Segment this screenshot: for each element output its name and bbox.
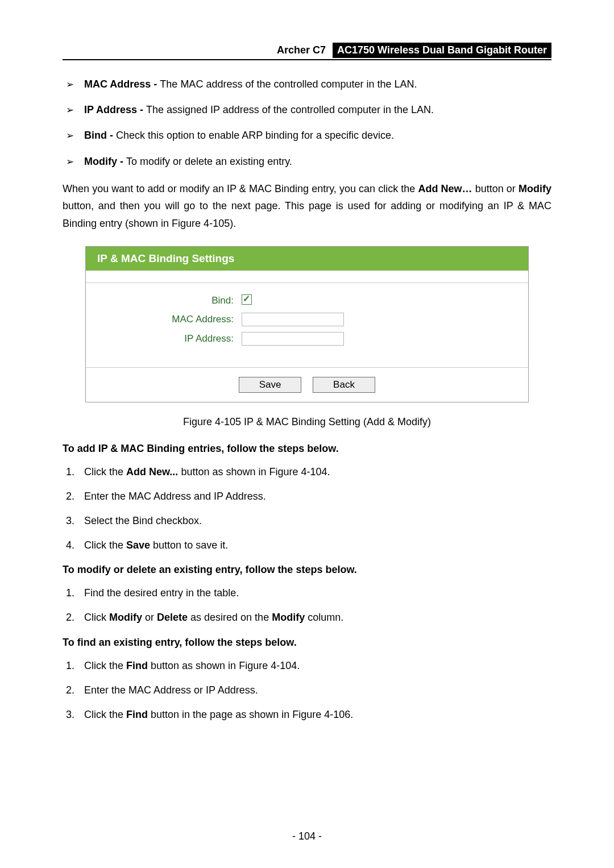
page-number: - 104 - xyxy=(0,830,614,842)
text-bold: Modify xyxy=(272,612,305,623)
text: button to save it. xyxy=(150,539,228,551)
back-button[interactable]: Back xyxy=(313,377,375,393)
mac-address-input[interactable] xyxy=(242,313,344,326)
text-bold: Find xyxy=(126,709,148,720)
model-label: Archer C7 xyxy=(272,43,330,58)
product-label: AC1750 Wireless Dual Band Gigabit Router xyxy=(333,43,551,58)
intro-paragraph: When you want to add or modify an IP & M… xyxy=(63,180,551,232)
text: button as shown in Figure 4-104. xyxy=(178,466,330,477)
add-steps-list: Click the Add New... button as shown in … xyxy=(63,465,551,553)
list-item: Click the Find button in the page as sho… xyxy=(63,708,551,722)
text-bold: Add New… xyxy=(418,183,472,194)
list-item: Select the Bind checkbox. xyxy=(63,514,551,528)
bullet-label: Bind - xyxy=(84,130,116,141)
text-bold: Delete xyxy=(157,612,188,623)
list-item: Click the Save button to save it. xyxy=(63,538,551,553)
text: Click the xyxy=(84,539,126,551)
list-item: Enter the MAC Address and IP Address. xyxy=(63,489,551,504)
bullet-text: The MAC address of the controlled comput… xyxy=(160,78,417,90)
section-heading-modify: To modify or delete an existing entry, f… xyxy=(63,564,551,576)
list-item: Enter the MAC Address or IP Address. xyxy=(63,683,551,697)
text: button as shown in Figure 4-104. xyxy=(148,660,300,671)
mac-label: MAC Address: xyxy=(99,314,242,325)
list-item: Click the Add New... button as shown in … xyxy=(63,465,551,479)
ip-control xyxy=(242,332,344,346)
section-heading-find: To find an existing entry, follow the st… xyxy=(63,637,551,649)
list-item: IP Address - The assigned IP address of … xyxy=(63,103,551,117)
text: When you want to add or modify an IP & M… xyxy=(63,183,418,194)
text: button or xyxy=(472,183,518,194)
text-bold: Save xyxy=(126,539,150,551)
text-bold: Add New... xyxy=(126,466,178,477)
list-item: Click the Find button as shown in Figure… xyxy=(63,659,551,673)
text: Click the xyxy=(84,709,126,720)
figure-caption: Figure 4-105 IP & MAC Binding Setting (A… xyxy=(63,416,551,428)
text: Click xyxy=(84,612,109,623)
ip-address-input[interactable] xyxy=(242,332,344,346)
bind-label: Bind: xyxy=(99,295,242,306)
bullet-text: To modify or delete an existing entry. xyxy=(126,156,292,167)
section-heading-add: To add IP & MAC Binding entries, follow … xyxy=(63,443,551,455)
find-steps-list: Click the Find button as shown in Figure… xyxy=(63,659,551,722)
text: Enter the MAC Address and IP Address. xyxy=(84,491,266,502)
text: or xyxy=(142,612,157,623)
text: Enter the MAC Address or IP Address. xyxy=(84,684,258,696)
settings-panel-figure: IP & MAC Binding Settings Bind: MAC Addr… xyxy=(85,246,529,402)
mac-control xyxy=(242,313,344,326)
bullet-label: Modify - xyxy=(84,156,126,167)
panel-body: Bind: MAC Address: IP Address: xyxy=(86,283,528,368)
text: Click the xyxy=(84,466,126,477)
list-item: Click Modify or Delete as desired on the… xyxy=(63,610,551,625)
form-row-ip: IP Address: xyxy=(99,332,515,346)
bullet-text: Check this option to enable ARP binding … xyxy=(116,130,394,141)
bind-checkbox[interactable] xyxy=(242,294,252,305)
spacer xyxy=(86,271,528,283)
text: as desired on the xyxy=(188,612,272,623)
modify-steps-list: Find the desired entry in the table. Cli… xyxy=(63,586,551,625)
list-item: MAC Address - The MAC address of the con… xyxy=(63,77,551,92)
text: button, and then you will go to the next… xyxy=(63,200,551,229)
text-bold: Modify xyxy=(518,183,551,194)
panel-footer: Save Back xyxy=(86,368,528,402)
list-item: Find the desired entry in the table. xyxy=(63,586,551,600)
text: Find the desired entry in the table. xyxy=(84,587,239,599)
ip-label: IP Address: xyxy=(99,333,242,344)
bind-control xyxy=(242,294,252,307)
bullet-label: IP Address - xyxy=(84,104,146,115)
text: button in the page as shown in Figure 4-… xyxy=(148,709,353,720)
save-button[interactable]: Save xyxy=(239,377,301,393)
form-row-mac: MAC Address: xyxy=(99,313,515,326)
form-row-bind: Bind: xyxy=(99,294,515,307)
bullet-label: MAC Address - xyxy=(84,78,160,90)
text-bold: Find xyxy=(126,660,148,671)
list-item: Modify - To modify or delete an existing… xyxy=(63,155,551,169)
text: Select the Bind checkbox. xyxy=(84,515,202,526)
document-header: Archer C7 AC1750 Wireless Dual Band Giga… xyxy=(63,43,551,60)
text: Click the xyxy=(84,660,126,671)
list-item: Bind - Check this option to enable ARP b… xyxy=(63,128,551,143)
text-bold: Modify xyxy=(109,612,142,623)
bullet-text: The assigned IP address of the controlle… xyxy=(146,104,434,115)
panel-title: IP & MAC Binding Settings xyxy=(86,247,528,271)
feature-bullet-list: MAC Address - The MAC address of the con… xyxy=(63,77,551,169)
text: column. xyxy=(305,612,343,623)
